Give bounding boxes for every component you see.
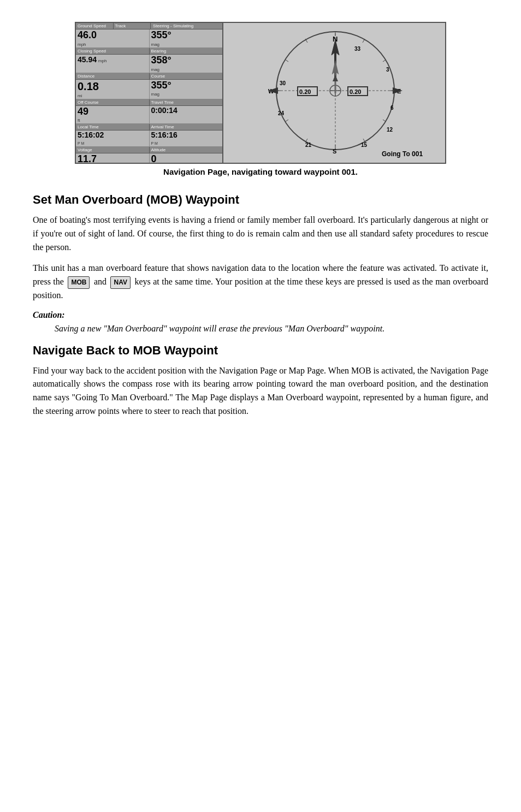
nav-header-row: Ground Speed Track Steering - Simulating: [76, 23, 222, 29]
svg-text:0.20: 0.20: [299, 88, 311, 95]
section2-heading: Navigate Back to MOB Waypoint: [33, 343, 488, 358]
off-course-header: Off Course: [76, 99, 150, 105]
voltage-value: 11.7: [78, 154, 147, 164]
closing-speed-cell: 45.94 mph: [76, 55, 150, 73]
arrival-time-cell: 5:16:16 P M: [150, 131, 223, 146]
offcourse-travel-header: Off Course Travel Time: [76, 99, 222, 106]
bearing-cell: 358° mag: [150, 55, 223, 73]
offcourse-travel-row: 49 ft 0:00:14: [76, 106, 222, 125]
caution-heading: Caution:: [33, 310, 488, 320]
course-header: Course: [150, 73, 223, 79]
arrival-time-header: Arrival Time: [150, 124, 223, 130]
nav-data-panel: Ground Speed Track Steering - Simulating…: [76, 23, 223, 163]
dist-course-header: Distance Course: [76, 73, 222, 80]
svg-text:3: 3: [386, 67, 389, 73]
svg-text:6: 6: [390, 105, 394, 111]
altitude-value: 0: [151, 154, 221, 164]
distance-unit: mi: [78, 93, 82, 98]
caution-text: Saving a new "Man Overboard" waypoint wi…: [55, 322, 488, 336]
track-header: Track: [114, 23, 151, 29]
ground-speed-value: 46.0: [78, 30, 147, 41]
svg-text:30: 30: [280, 80, 286, 86]
course-unit: mag: [151, 92, 160, 97]
off-course-cell: 49 ft: [76, 106, 150, 124]
distance-header: Distance: [76, 73, 150, 79]
mob-key1: MOB: [68, 276, 90, 289]
course-cell: 355° mag: [150, 80, 223, 99]
svg-text:S: S: [333, 148, 336, 155]
arrival-time-value: 5:16:16: [151, 131, 221, 139]
svg-text:21: 21: [305, 142, 312, 148]
speed-track-row: 46.0 mph 355° mag: [76, 29, 222, 48]
closing-speed-unit: mph: [98, 58, 107, 63]
times-row: 5:16:02 P M 5:16:16 P M: [76, 131, 222, 146]
off-course-value: 49: [78, 106, 147, 117]
off-course-unit: ft: [78, 118, 80, 123]
closing-speed-header: Closing Speed: [76, 48, 150, 54]
voltage-cell: 11.7 V: [76, 153, 150, 164]
dist-course-row: 0.18 mi 355° mag: [76, 80, 222, 99]
travel-time-header: Travel Time: [150, 99, 223, 105]
nav-image: Ground Speed Track Steering - Simulating…: [75, 22, 446, 164]
bearing-unit: mag: [151, 67, 160, 72]
local-time-suffix: P M: [78, 141, 84, 145]
nav-screenshot: Ground Speed Track Steering - Simulating…: [33, 22, 488, 187]
bearing-value: 358°: [151, 55, 221, 66]
course-value: 355°: [151, 80, 221, 91]
svg-text:Going To 001: Going To 001: [382, 150, 423, 158]
ground-speed-header: Ground Speed: [76, 23, 114, 29]
ground-speed-cell: 46.0 mph: [76, 29, 150, 48]
travel-time-value: 0:00:14: [151, 106, 221, 115]
compass-area: N S E W 33 3 30 6 24 12 21 15: [223, 23, 446, 163]
local-time-cell: 5:16:02 P M: [76, 131, 150, 146]
bearing-header: Bearing: [150, 48, 223, 54]
section1-para2: This unit has a man overboard feature th…: [33, 262, 488, 302]
section2-para1: Find your way back to the accident posit…: [33, 364, 488, 418]
track-unit: mag: [151, 42, 160, 47]
arrival-time-suffix: P M: [151, 141, 158, 145]
closing-bearing-header: Closing Speed Bearing: [76, 48, 222, 55]
compass-svg: N S E W 33 3 30 6 24 12 21 15: [223, 22, 446, 163]
svg-text:15: 15: [361, 142, 368, 148]
altitude-header: Altitude: [150, 147, 223, 153]
nav-caption: Navigation Page, navigating toward waypo…: [163, 167, 358, 176]
travel-time-cell: 0:00:14: [150, 106, 223, 124]
closing-speed-value: 45.94: [78, 55, 97, 64]
track-value: 355°: [151, 30, 221, 41]
section1-para2b: and: [94, 277, 106, 286]
steering-header: Steering - Simulating: [151, 23, 222, 29]
ground-speed-unit: mph: [78, 42, 86, 47]
section1-para1: One of boating's most terrifying events …: [33, 214, 488, 254]
altitude-cell: 0 ft: [150, 153, 223, 164]
closing-bearing-row: 45.94 mph 358° mag: [76, 55, 222, 73]
svg-text:12: 12: [387, 127, 393, 133]
mob-key2: NAV: [110, 276, 130, 289]
local-time-header: Local Time: [76, 124, 150, 130]
local-time-value: 5:16:02: [78, 131, 147, 139]
distance-cell: 0.18 mi: [76, 80, 150, 99]
section1-heading: Set Man Overboard (MOB) Waypoint: [33, 193, 488, 207]
distance-value: 0.18: [78, 80, 147, 92]
track-cell: 355° mag: [150, 29, 223, 48]
svg-text:33: 33: [354, 46, 361, 52]
svg-text:0.20: 0.20: [350, 88, 361, 95]
volt-alt-header: Voltage Altitude: [76, 147, 222, 153]
svg-text:24: 24: [278, 110, 285, 116]
volt-alt-row: 11.7 V 0 ft: [76, 153, 222, 164]
voltage-header: Voltage: [76, 147, 150, 153]
times-header: Local Time Arrival Time: [76, 124, 222, 131]
